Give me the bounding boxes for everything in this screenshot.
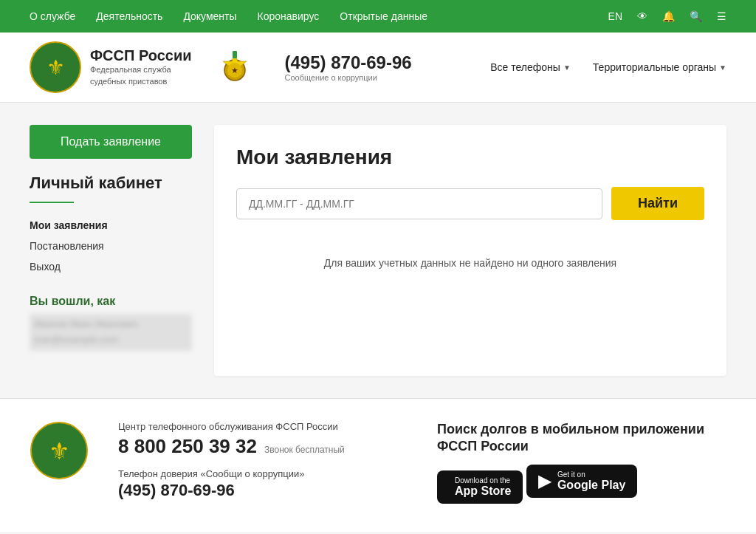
phone-block: (495) 870-69-96 Сообщение о коррупции (285, 52, 412, 82)
org-subtitle: Федеральная служба судебных приставов (90, 64, 186, 87)
google-play-text: Get it on Google Play (557, 470, 625, 492)
top-navigation: О службе Деятельность Документы Коронави… (0, 0, 756, 32)
google-play-button[interactable]: ▶ Get it on Google Play (526, 465, 637, 498)
nav-link-opendata[interactable]: Открытые данные (340, 10, 427, 22)
svg-text:⚜: ⚜ (47, 56, 65, 79)
search-button[interactable]: Найти (611, 187, 704, 220)
chevron-down-icon: ▼ (719, 64, 726, 72)
menu-icon[interactable]: ☰ (717, 10, 726, 22)
logo-block: ⚜ ФССП России Федеральная служба судебны… (30, 41, 192, 93)
nav-link-activity[interactable]: Деятельность (96, 10, 162, 22)
bell-icon[interactable]: 🔔 (662, 10, 675, 22)
svg-text:★: ★ (231, 66, 238, 75)
phone-number: (495) 870-69-96 (285, 52, 412, 73)
mobile-app-title: Поиск долгов в мобильном приложении ФССП… (437, 421, 726, 456)
svg-rect-6 (233, 51, 237, 58)
call-free-label: Звонок бесплатный (264, 445, 345, 455)
sidebar-item-logout[interactable]: Выход (30, 256, 192, 277)
medal-block: ★ (219, 49, 251, 85)
user-info: Иванов Иван Иванович ivan@example.com (30, 314, 192, 351)
chevron-down-icon: ▼ (563, 64, 571, 72)
google-play-icon: ▶ (538, 470, 551, 491)
sidebar-divider (30, 202, 74, 203)
sidebar-item-my-applications[interactable]: Мои заявления (30, 215, 192, 236)
logo-text: ФССП России Федеральная служба судебных … (90, 47, 192, 87)
no-results-message: Для ваших учетных данных не найдено ни о… (236, 242, 704, 284)
sidebar: Подать заявление Личный кабинет Мои заяв… (30, 125, 192, 376)
app-store-button[interactable]: Download on the App Store (437, 470, 523, 504)
footer-contacts: Центр телефонного обслуживания ФССП Росс… (118, 421, 408, 500)
all-phones-dropdown[interactable]: Все телефоны ▼ (490, 61, 571, 73)
top-nav-links: О службе Деятельность Документы Коронави… (30, 10, 427, 22)
user-label: Вы вошли, как (30, 295, 192, 308)
sidebar-menu: Мои заявления Постановления Выход (30, 215, 192, 277)
site-header: ⚜ ФССП России Федеральная служба судебны… (0, 32, 756, 103)
submit-application-button[interactable]: Подать заявление (30, 125, 192, 159)
eye-icon[interactable]: 👁 (637, 10, 647, 22)
call-center-number: 8 800 250 39 32 Звонок бесплатный (118, 435, 408, 458)
footer-mobile: Поиск долгов в мобильном приложении ФССП… (437, 421, 726, 510)
svg-text:⚜: ⚜ (49, 438, 70, 465)
sidebar-item-orders[interactable]: Постановления (30, 236, 192, 256)
footer-logo: ⚜ (30, 421, 89, 483)
call-center-label: Центр телефонного обслуживания ФССП Росс… (118, 421, 408, 432)
org-name: ФССП России (90, 47, 192, 64)
search-icon[interactable]: 🔍 (690, 10, 702, 22)
main-area: Подать заявление Личный кабинет Мои заяв… (0, 103, 756, 398)
nav-link-about[interactable]: О службе (30, 10, 75, 22)
org-logo: ⚜ (30, 41, 81, 93)
date-range-input[interactable] (236, 188, 602, 219)
cabinet-title: Личный кабинет (30, 174, 192, 193)
app-store-text: Download on the App Store (455, 476, 511, 498)
site-footer: ⚜ Центр телефонного обслуживания ФССП Ро… (0, 398, 756, 532)
nav-link-coronavirus[interactable]: Коронавирус (258, 10, 320, 22)
territorial-organs-dropdown[interactable]: Территориальные органы ▼ (593, 61, 726, 73)
lang-switcher[interactable]: EN (608, 10, 622, 22)
trust-phone-number: (495) 870-69-96 (118, 481, 408, 500)
header-nav: Все телефоны ▼ Территориальные органы ▼ (490, 61, 726, 73)
search-row: Найти (236, 187, 704, 220)
nav-link-documents[interactable]: Документы (183, 10, 236, 22)
page-title: Мои заявления (236, 146, 704, 169)
phone-label: Сообщение о коррупции (285, 73, 412, 82)
trust-phone-label: Телефон доверия «Сообщи о коррупции» (118, 468, 408, 479)
main-content: Мои заявления Найти Для ваших учетных да… (214, 125, 726, 376)
top-nav-right: EN 👁 🔔 🔍 ☰ (608, 10, 726, 22)
